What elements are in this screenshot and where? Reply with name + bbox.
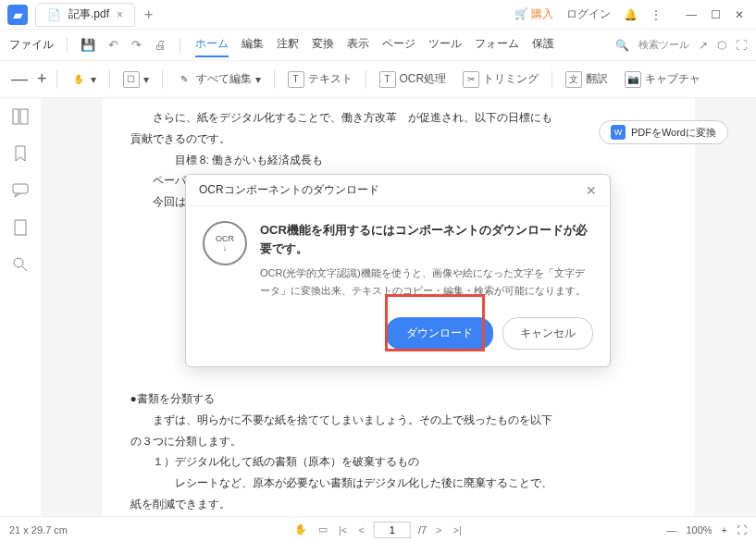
close-tab-icon[interactable]: ×: [117, 8, 123, 21]
svg-rect-1: [20, 109, 28, 124]
tab-protect[interactable]: 保護: [532, 32, 554, 57]
tab-edit[interactable]: 編集: [242, 32, 264, 57]
page-number-input[interactable]: [374, 522, 411, 538]
zoom-out-status[interactable]: —: [666, 524, 676, 536]
comments-icon[interactable]: [11, 181, 30, 200]
dialog-title: OCRコンポーネントのダウンロード: [199, 182, 379, 198]
share-icon[interactable]: ↗: [699, 39, 708, 52]
fullscreen-icon[interactable]: ⛶: [736, 39, 747, 52]
close-window-button[interactable]: ✕: [730, 6, 749, 24]
fit-page-icon[interactable]: ⛶: [737, 524, 747, 536]
last-page-button[interactable]: >|: [452, 524, 464, 536]
svg-rect-3: [15, 220, 26, 235]
save-icon[interactable]: 💾: [77, 38, 99, 52]
maximize-button[interactable]: ☐: [706, 6, 725, 24]
file-menu[interactable]: ファイル: [9, 37, 54, 53]
document-tab[interactable]: 📄 記事.pdf ×: [35, 3, 135, 27]
word-icon: W: [611, 125, 626, 140]
page-total-label: /7: [418, 524, 427, 536]
minimize-button[interactable]: —: [682, 6, 700, 24]
tab-form[interactable]: フォーム: [475, 32, 519, 57]
ocr-button[interactable]: TOCR処理: [376, 69, 451, 90]
dialog-close-button[interactable]: ✕: [586, 183, 597, 198]
hand-mode-icon[interactable]: ✋: [292, 524, 309, 536]
first-page-button[interactable]: |<: [337, 524, 349, 536]
svg-line-5: [22, 266, 27, 271]
dialog-heading: OCR機能を利用するにはコンポーネントのダウンロードが必要です。: [260, 221, 593, 257]
zoom-level-label: 100%: [686, 524, 712, 536]
pdf-file-icon: 📄: [47, 8, 61, 21]
edit-all-button[interactable]: ✎すべて編集▾: [172, 69, 265, 90]
cancel-button[interactable]: キャンセル: [502, 317, 593, 350]
zoom-out-button[interactable]: —: [11, 69, 28, 89]
tab-view[interactable]: 表示: [347, 32, 369, 57]
login-link[interactable]: ログイン: [566, 6, 611, 22]
page-size-label: 21 x 29.7 cm: [9, 524, 68, 536]
cloud-icon[interactable]: ⬡: [717, 39, 726, 52]
hand-tool-button[interactable]: ✋▾: [67, 69, 100, 90]
search-icon: 🔍: [615, 39, 629, 52]
zoom-in-button[interactable]: +: [37, 69, 47, 89]
tab-filename: 記事.pdf: [68, 6, 109, 22]
app-icon: ▰: [7, 5, 28, 25]
translate-button[interactable]: 文翻訳: [562, 69, 612, 90]
search-panel-icon[interactable]: [11, 255, 30, 274]
tab-annotate[interactable]: 注釈: [277, 32, 299, 57]
dialog-body-text: OCR(光学的文字認識)機能を使うと、画像や絵になった文字を「文字データ」に変換…: [260, 265, 593, 299]
tab-page[interactable]: ページ: [382, 32, 415, 57]
download-button[interactable]: ダウンロード: [386, 317, 493, 350]
prev-page-button[interactable]: <: [356, 524, 366, 536]
ocr-download-dialog: OCRコンポーネントのダウンロード ✕ OCR↓ OCR機能を利用するにはコンポ…: [185, 174, 611, 367]
more-icon[interactable]: ⋮: [651, 8, 662, 21]
thumbnails-icon[interactable]: [11, 107, 30, 126]
tab-tool[interactable]: ツール: [428, 32, 462, 57]
trimming-button[interactable]: ✂トリミング: [459, 69, 542, 90]
tab-convert[interactable]: 変換: [312, 32, 334, 57]
read-mode-icon[interactable]: ▭: [316, 524, 329, 536]
search-tool-input[interactable]: 検索ツール: [638, 38, 689, 52]
tab-home[interactable]: ホーム: [195, 32, 229, 57]
svg-point-4: [14, 258, 23, 267]
text-tool-button[interactable]: Tテキスト: [284, 69, 356, 90]
print-icon[interactable]: 🖨: [151, 38, 170, 52]
notification-icon[interactable]: 🔔: [624, 8, 638, 21]
zoom-in-status[interactable]: +: [722, 524, 727, 536]
svg-rect-2: [13, 184, 28, 193]
next-page-button[interactable]: >: [434, 524, 443, 536]
svg-rect-0: [13, 109, 19, 124]
undo-icon[interactable]: ↶: [105, 38, 122, 52]
new-tab-button[interactable]: +: [144, 6, 153, 23]
purchase-link[interactable]: 🛒 購入: [514, 6, 553, 22]
bookmark-icon[interactable]: [11, 144, 30, 163]
select-tool-button[interactable]: ☐▾: [119, 69, 153, 90]
capture-button[interactable]: 📷キャプチャ: [621, 69, 704, 90]
pdf-to-word-button[interactable]: W PDFをWordに変換: [599, 120, 728, 144]
ocr-badge-icon: OCR↓: [203, 221, 247, 265]
attachments-icon[interactable]: [11, 218, 30, 237]
redo-icon[interactable]: ↷: [128, 38, 145, 52]
